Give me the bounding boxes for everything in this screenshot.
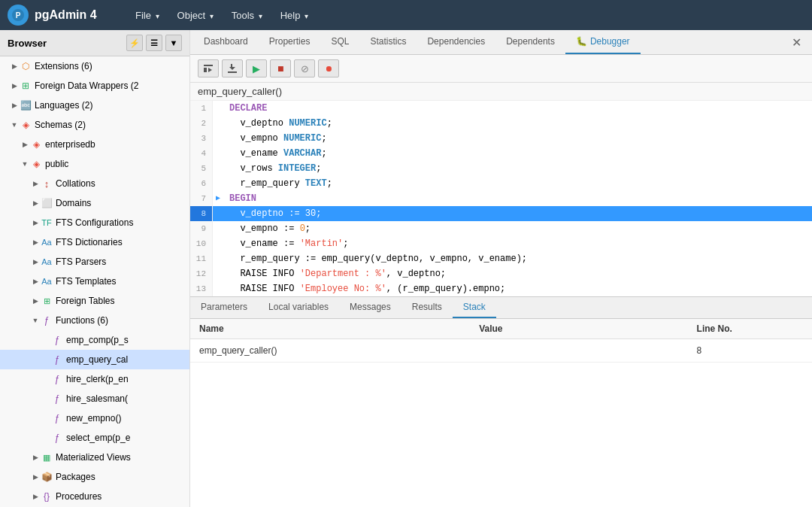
menu-file[interactable]: File ▾ xyxy=(128,7,167,24)
tab-close-btn[interactable]: ✕ xyxy=(784,31,809,54)
stack-cell-value xyxy=(470,339,687,363)
mat-view-icon: ▦ xyxy=(41,451,53,463)
code-line-5: 5 v_rows INTEGER; xyxy=(190,161,812,176)
continue-btn[interactable]: ▶ xyxy=(246,59,267,77)
expand-icon: ▶ xyxy=(30,276,41,287)
tree-label: emp_comp(p_s xyxy=(66,335,129,345)
menu-object[interactable]: Object ▾ xyxy=(170,7,221,24)
stop-btn[interactable]: ⏹ xyxy=(270,59,291,77)
browser-list-btn[interactable]: ☰ xyxy=(146,35,162,51)
tree-label: FTS Parsers xyxy=(56,257,106,267)
bottom-tab-results[interactable]: Results xyxy=(401,297,453,318)
svg-marker-6 xyxy=(229,67,235,70)
bottom-tab-messages[interactable]: Messages xyxy=(339,297,401,318)
tree-label: Foreign Tables xyxy=(56,296,115,306)
toggle-bp-btn[interactable]: ⏺ xyxy=(318,59,339,77)
tree-item-fts-parser[interactable]: ▶ Aa FTS Parsers xyxy=(0,252,189,272)
tree-item-packages[interactable]: ▶ 📦 Packages xyxy=(0,467,189,487)
clear-bp-icon: ⊘ xyxy=(301,63,309,74)
menu-help[interactable]: Help ▾ xyxy=(273,7,316,24)
stack-cell-lineno: 8 xyxy=(688,339,812,363)
tree-item-languages[interactable]: ▶ 🔤 Languages (2) xyxy=(0,96,189,115)
bottom-tab-parameters[interactable]: Parameters xyxy=(190,297,258,318)
app-title: pgAdmin 4 xyxy=(35,8,97,22)
code-line-9: 9 v_empno := 0; xyxy=(190,221,812,236)
db-icon: ◈ xyxy=(30,138,42,150)
tree-item-enterprisedb[interactable]: ▶ ◈ enterprisedb xyxy=(0,135,189,154)
expand-icon: ▶ xyxy=(30,178,41,189)
code-line-6: 6 r_emp_query TEXT; xyxy=(190,176,812,191)
tree-item-func-empcalc[interactable]: ▶ ƒ emp_comp(p_s xyxy=(0,330,189,350)
tree-label: hire_clerk(p_en xyxy=(66,374,129,384)
toggle-bp-icon: ⏺ xyxy=(325,64,333,73)
topbar: P pgAdmin 4 File ▾ Object ▾ Tools ▾ Help… xyxy=(0,0,812,30)
func-item-icon: ƒ xyxy=(51,334,63,346)
bottom-tab-localvars[interactable]: Local variables xyxy=(258,297,339,318)
stop-icon: ⏹ xyxy=(277,64,285,73)
tree-item-extensions[interactable]: ▶ ⬡ Extensions (6) xyxy=(0,56,189,76)
tree-label: Procedures xyxy=(56,491,102,502)
fts-config-icon: TF xyxy=(41,217,53,229)
tree-label: Foreign Data Wrappers (2 xyxy=(35,80,139,91)
step-over-btn[interactable] xyxy=(198,59,219,77)
step-into-btn[interactable] xyxy=(222,59,243,77)
browser-refresh-btn[interactable]: ⚡ xyxy=(126,35,143,51)
logo-icon: P xyxy=(8,5,29,26)
tree-item-func-newempno[interactable]: ▶ ƒ new_empno() xyxy=(0,408,189,428)
tree-item-schemas[interactable]: ▼ ◈ Schemas (2) xyxy=(0,115,189,135)
stack-cell-name: emp_query_caller() xyxy=(190,339,470,363)
browser-filter-btn[interactable]: ▼ xyxy=(165,35,182,51)
clear-bp-btn[interactable]: ⊘ xyxy=(294,59,315,77)
expand-icon: ▶ xyxy=(30,257,41,267)
menu-tools[interactable]: Tools ▾ xyxy=(224,7,270,24)
tree-item-func-empquery[interactable]: ▶ ƒ emp_query_cal xyxy=(0,350,189,369)
bottom-panel: Parameters Local variables Messages Resu… xyxy=(190,296,812,363)
tree-item-domains[interactable]: ▶ ⬜ Domains xyxy=(0,193,189,213)
tree-item-func-selectemp[interactable]: ▶ ƒ select_emp(p_e xyxy=(0,428,189,448)
code-area[interactable]: 1 DECLARE 2 v_deptno NUMERIC; 3 v_empno … xyxy=(190,101,812,296)
tab-statistics[interactable]: Statistics xyxy=(359,30,417,54)
tree-item-func-hireclerk[interactable]: ▶ ƒ hire_clerk(p_en xyxy=(0,369,189,389)
tree-item-fts-config[interactable]: ▶ TF FTS Configurations xyxy=(0,213,189,232)
tab-sql[interactable]: SQL xyxy=(320,30,359,54)
tree-item-fdw[interactable]: ▶ ⊞ Foreign Data Wrappers (2 xyxy=(0,76,189,96)
tree-item-func-hires[interactable]: ▶ ƒ hire_salesman( xyxy=(0,389,189,408)
tree-item-functions[interactable]: ▼ ƒ Functions (6) xyxy=(0,311,189,330)
tab-dependents[interactable]: Dependents xyxy=(495,30,565,54)
func-item-icon: ƒ xyxy=(51,412,63,424)
tab-properties[interactable]: Properties xyxy=(259,30,321,54)
expand-icon: ▶ xyxy=(30,237,41,247)
tree-label: emp_query_cal xyxy=(66,354,128,365)
func-item-icon: ƒ xyxy=(51,373,63,385)
svg-rect-7 xyxy=(228,71,237,73)
svg-rect-4 xyxy=(204,68,207,72)
tree-item-public[interactable]: ▼ ◈ public xyxy=(0,154,189,174)
tree-label: Extensions (6) xyxy=(35,61,92,71)
tree-item-matviews[interactable]: ▶ ▦ Materialized Views xyxy=(0,448,189,467)
expand-icon: ▼ xyxy=(30,315,41,326)
func-item-icon: ƒ xyxy=(51,354,63,366)
tree-label: new_empno() xyxy=(66,413,121,424)
tree-item-foreign-tables[interactable]: ▶ ⊞ Foreign Tables xyxy=(0,291,189,311)
tree-label: Languages (2) xyxy=(35,100,92,111)
stack-table: Name Value Line No. emp_query_caller() 8 xyxy=(190,319,812,363)
stack-col-name: Name xyxy=(190,319,470,339)
tree-item-fts-templates[interactable]: ▶ Aa FTS Templates xyxy=(0,272,189,291)
tab-dependencies[interactable]: Dependencies xyxy=(417,30,495,54)
debugger-toolbar: ▶ ⏹ ⊘ ⏺ xyxy=(190,55,812,83)
tab-dashboard[interactable]: Dashboard xyxy=(193,30,259,54)
tab-debugger[interactable]: 🐛Debugger xyxy=(565,30,641,54)
expand-icon: ▼ xyxy=(20,159,30,169)
expand-icon: ▶ xyxy=(30,452,41,463)
expand-icon: ▶ xyxy=(30,491,41,502)
bottom-tabs: Parameters Local variables Messages Resu… xyxy=(190,297,812,319)
svg-rect-2 xyxy=(204,65,213,66)
tree-label: public xyxy=(45,159,68,169)
browser-toolbar: ⚡ ☰ ▼ xyxy=(126,35,182,51)
tree-item-procedures[interactable]: ▶ {} Procedures xyxy=(0,487,189,506)
tree-item-collations[interactable]: ▶ ↕ Collations xyxy=(0,174,189,193)
tree-item-fts-dict[interactable]: ▶ Aa FTS Dictionaries xyxy=(0,232,189,252)
browser-panel: Browser ⚡ ☰ ▼ ▶ ⬡ Extensions (6) ▶ ⊞ xyxy=(0,30,190,507)
expand-icon: ▶ xyxy=(20,139,30,150)
bottom-tab-stack[interactable]: Stack xyxy=(453,297,496,318)
